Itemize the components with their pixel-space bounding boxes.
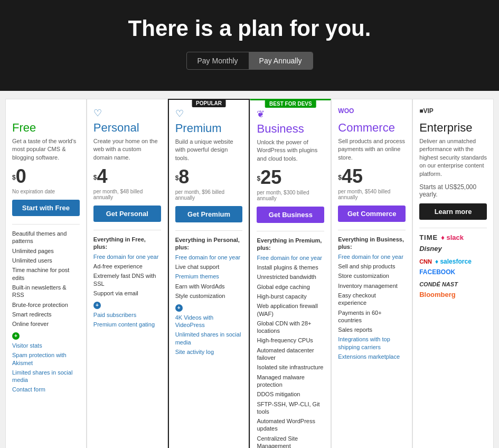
business-price-period: per month, $300 billed annually (257, 190, 324, 201)
free-icon (12, 107, 80, 119)
premium-features-list: Everything in Personal, plus: Free domai… (175, 236, 243, 448)
personal-plan-desc: Create your home on the web with a custo… (93, 137, 161, 162)
list-item: Free domain for one year (175, 254, 243, 261)
list-item: Automated datacenter failover (257, 347, 324, 362)
list-item: Free domain for one year (338, 253, 406, 260)
list-item: Centralized Site Management (257, 435, 324, 448)
list-item: Ad-free experience (93, 263, 161, 270)
list-item: + (12, 332, 80, 340)
list-item: Site activity log (175, 348, 243, 356)
business-plan-desc: Unlock the power of WordPress with plugi… (257, 138, 324, 163)
business-plan-button[interactable]: Get Business (257, 207, 324, 223)
list-item: Sell and ship products (338, 263, 406, 270)
commerce-price-period: per month, $540 billed annually (338, 189, 406, 200)
personal-price: $4 (93, 167, 161, 186)
list-item: Limited shares in social media (12, 369, 80, 384)
plan-business: Best for devs ❦ Business Unlock the powe… (250, 99, 331, 448)
logo-time: TIME (419, 234, 438, 241)
logo-slack: ♦ slack (441, 234, 464, 241)
enterprise-plan-button[interactable]: Learn more (419, 203, 487, 220)
personal-plan-button[interactable]: Get Personal (93, 206, 161, 222)
list-item: Everything in Business, plus: (338, 236, 406, 251)
plus-icon: + (175, 304, 183, 312)
premium-price: $8 (175, 167, 243, 186)
list-item: Time machine for post edits (12, 266, 80, 282)
free-plan-desc: Get a taste of the world's most popular … (12, 137, 80, 162)
plans-container: Free Get a taste of the world's most pop… (0, 91, 499, 448)
list-item: High-frequency CPUs (257, 337, 324, 344)
logo-salesforce: ♦ salesforce (435, 258, 472, 265)
list-item: Everything in Free, plus: (93, 236, 161, 251)
logo-cnn: CNN (419, 258, 432, 265)
list-item: Everything in Premium, plus: (257, 237, 324, 252)
list-item: Online forever (12, 320, 80, 328)
commerce-plan-button[interactable]: Get Commerce (338, 206, 406, 222)
list-item: DDOS mitigation (257, 390, 324, 398)
list-item: Unlimited pages (12, 247, 80, 255)
premium-plan-button[interactable]: Get Premium (175, 206, 243, 222)
list-item: 4K Videos with VideoPress (175, 314, 243, 329)
list-item: Global edge caching (257, 283, 324, 291)
list-item: Integrations with top shipping carriers (338, 335, 406, 351)
list-item: Built-in newsletters & RSS (12, 284, 80, 299)
free-price-period: No expiration date (12, 189, 80, 194)
logo-bloomberg: Bloomberg (419, 291, 456, 298)
list-item: Premium themes (175, 273, 243, 280)
list-item: SFTP-SSH, WP-CLI, Git tools (257, 400, 324, 416)
pay-monthly-button[interactable]: Pay Monthly (187, 52, 249, 69)
list-item: Unrestricted bandwidth (257, 273, 324, 281)
list-item: Global CDN with 28+ locations (257, 320, 324, 335)
plan-free: Free Get a taste of the world's most pop… (5, 99, 87, 448)
list-item: High-burst capacity (257, 293, 324, 300)
list-item: Everything in Personal, plus: (175, 236, 243, 251)
list-item: Automated WordPress updates (257, 417, 324, 433)
enterprise-logos-row3: CONDÉ NAST Bloomberg (419, 281, 487, 298)
enterprise-plan-desc: Deliver an unmatched performance with th… (419, 137, 487, 178)
plus-icon: + (12, 332, 20, 340)
list-item: Free domain for one year (93, 253, 161, 260)
page-title: There is a plan for you. (11, 16, 488, 41)
list-item: + (175, 304, 243, 312)
list-item: Inventory management (338, 282, 406, 290)
commerce-plan-desc: Sell products and process payments with … (338, 137, 406, 162)
plan-personal: ♡ Personal Create your home on the web w… (87, 99, 168, 448)
list-item: Visitor stats (12, 342, 80, 349)
popular-badge: Popular (192, 99, 226, 107)
list-item: Premium content gating (93, 321, 161, 328)
list-item: Web application firewall (WAF) (257, 302, 324, 318)
plan-commerce: WOO Commerce Sell products and process p… (331, 99, 412, 448)
premium-icon: ♡ (175, 108, 243, 119)
commerce-features-list: Everything in Business, plus: Free domai… (338, 236, 406, 448)
list-item: Extensions marketplace (338, 353, 406, 360)
best-badge: Best for devs (265, 100, 316, 108)
billing-toggle[interactable]: Pay Monthly Pay Annually (186, 52, 313, 70)
list-item: Beautiful themes and patterns (12, 230, 80, 245)
free-plan-button[interactable]: Start with Free (12, 200, 80, 216)
list-item: Sales reports (338, 326, 406, 333)
personal-plan-name: Personal (93, 121, 161, 135)
pay-annually-button[interactable]: Pay Annually (249, 52, 313, 69)
business-icon: ❦ (257, 108, 324, 120)
list-item: Managed malware protection (257, 374, 324, 389)
list-item: Unlimited users (12, 257, 80, 264)
personal-features-list: Everything in Free, plus: Free domain fo… (93, 236, 161, 448)
personal-price-period: per month, $48 billed annually (93, 189, 161, 200)
logo-facebook: FACEBOOK (419, 268, 455, 276)
free-features-list: Beautiful themes and patterns Unlimited … (12, 230, 80, 448)
list-item: Support via email (93, 290, 161, 297)
enterprise-logos: TIME ♦ slack Disney (419, 234, 487, 253)
plus-icon: + (93, 302, 101, 309)
plan-premium: Popular ♡ Premium Build a unique website… (168, 99, 250, 448)
list-item: Earn with WordAds (175, 283, 243, 290)
personal-icon: ♡ (93, 107, 161, 119)
list-item: Easy checkout experience (338, 292, 406, 307)
list-item: Store customization (338, 272, 406, 279)
premium-price-period: per month, $96 billed annually (175, 189, 243, 201)
list-item: Payments in 60+ countries (338, 309, 406, 324)
business-plan-name: Business (257, 122, 324, 136)
premium-plan-desc: Build a unique website with powerful des… (175, 138, 243, 162)
free-plan-name: Free (12, 121, 80, 135)
enterprise-icon: ■VIP (419, 107, 487, 119)
list-item: Install plugins & themes (257, 264, 324, 271)
list-item: Paid subscribers (93, 311, 161, 319)
